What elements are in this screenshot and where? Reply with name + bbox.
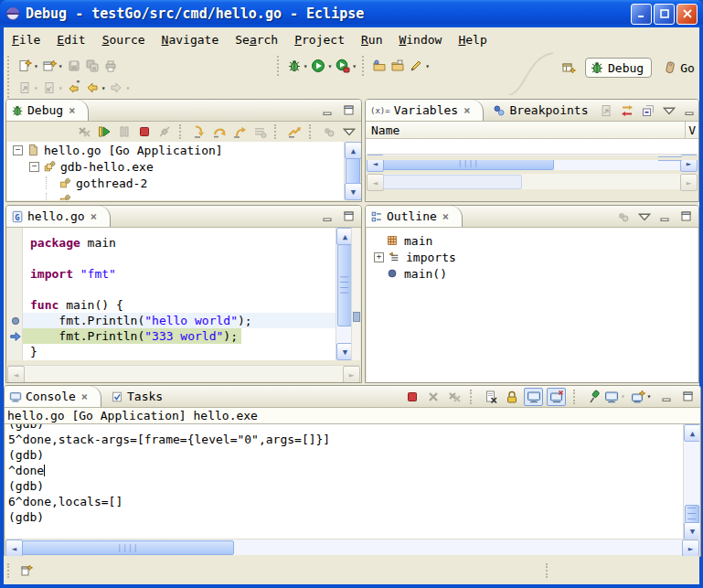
view-maximize-button[interactable]	[340, 102, 357, 119]
tab-console[interactable]: Console ×	[5, 386, 101, 407]
menu-edit[interactable]: Edit	[48, 31, 93, 48]
variables-column-header[interactable]: Name V	[366, 122, 698, 139]
tab-debug[interactable]: Debug ×	[6, 100, 89, 121]
collapse-all-button[interactable]	[639, 102, 656, 119]
outline-item-main[interactable]: main	[367, 232, 698, 249]
terminate-button[interactable]	[135, 123, 153, 140]
code-line[interactable]	[23, 251, 30, 266]
menu-run[interactable]: Run	[353, 31, 390, 48]
editor-hscrollbar[interactable]: ◄ ►	[7, 365, 360, 381]
tab-breakpoints[interactable]: Breakpoints	[484, 100, 597, 121]
tree-expander[interactable]: +	[374, 252, 384, 262]
view-maximize-button[interactable]	[677, 208, 695, 225]
code-line[interactable]: func main() {	[23, 297, 123, 313]
resume-button[interactable]	[95, 123, 112, 140]
menu-file[interactable]: File	[4, 31, 48, 48]
console-vscrollbar[interactable]: ▲ ||| ▼	[683, 424, 699, 540]
run-launch-button[interactable]: ▾	[309, 55, 334, 77]
menu-help[interactable]: Help	[450, 31, 495, 48]
remove-all-terminated-button[interactable]	[75, 123, 92, 140]
overview-ruler[interactable]	[351, 228, 360, 360]
debug-tree-row[interactable]: −gdb-hello.exe	[7, 158, 360, 175]
view-minimize-button[interactable]	[319, 208, 336, 225]
show-stderr-button[interactable]	[547, 388, 566, 406]
close-icon[interactable]: ×	[69, 104, 75, 117]
previous-annotation-button[interactable]: ▾	[40, 77, 65, 99]
show-logical-structure-button[interactable]	[618, 102, 635, 119]
annotation-ruler[interactable]	[7, 228, 23, 360]
open-console-button[interactable]: ▾	[627, 389, 655, 405]
perspective-debug-button[interactable]: Debug	[585, 58, 652, 78]
maximize-button[interactable]	[654, 4, 675, 25]
step-return-button[interactable]	[230, 123, 248, 140]
overview-annotation[interactable]	[353, 312, 360, 322]
print-button[interactable]	[101, 55, 120, 77]
perspective-go-button[interactable]: Go	[659, 59, 698, 77]
remove-all-launches-button[interactable]	[445, 389, 463, 405]
last-edit-location-button[interactable]: *	[65, 77, 83, 99]
console-hscrollbar[interactable]: ◄ |||| ►	[5, 539, 699, 555]
suspend-button[interactable]	[115, 123, 133, 140]
code-line[interactable]: import "fmt"	[23, 266, 116, 282]
menu-search[interactable]: Search	[227, 31, 286, 48]
outline-extra-button[interactable]	[614, 208, 632, 225]
menu-project[interactable]: Project	[286, 31, 353, 48]
code-area[interactable]: package mainimport "fmt"func main() { fm…	[23, 228, 336, 360]
debug-extra-button[interactable]	[320, 123, 337, 140]
console-text[interactable]: (gdb)5^done,stack-args=[frame={level="0"…	[8, 424, 681, 525]
instruction-pointer-icon[interactable]	[9, 330, 22, 343]
outline-item-imports[interactable]: +imports	[367, 249, 698, 265]
pin-console-button[interactable]	[585, 389, 602, 405]
tab-outline[interactable]: Outline ×	[366, 206, 463, 227]
editor-vscrollbar[interactable]: ▲ |||| ▼	[336, 228, 352, 360]
tree-expander[interactable]: −	[13, 145, 23, 155]
back-button[interactable]: ▾	[83, 77, 108, 99]
debug-launch-button[interactable]: ▾	[285, 55, 310, 77]
save-button[interactable]	[65, 55, 83, 77]
step-over-button[interactable]	[210, 123, 228, 140]
view-maximize-button[interactable]	[340, 208, 357, 225]
view-menu-button[interactable]	[340, 123, 357, 140]
close-icon[interactable]: ×	[91, 210, 97, 223]
fast-view-icon[interactable]	[19, 563, 34, 578]
tab-hello-go[interactable]: G hello.go ×	[6, 206, 111, 227]
open-perspective-button[interactable]	[559, 57, 578, 79]
code-line[interactable]: fmt.Println("333 world");	[23, 328, 241, 344]
tab-tasks[interactable]: Tasks	[101, 386, 172, 407]
scroll-lock-button[interactable]	[503, 389, 520, 405]
remove-launch-button[interactable]	[424, 389, 442, 405]
minimize-button[interactable]	[631, 4, 652, 25]
variables-detail-sash[interactable]	[366, 155, 698, 160]
view-menu-button[interactable]	[660, 102, 677, 119]
mark-occurrences-button[interactable]: ▾	[407, 55, 431, 77]
use-step-filters-button[interactable]	[285, 123, 303, 140]
close-icon[interactable]: ×	[442, 210, 449, 223]
new-project-button[interactable]: ▾	[40, 55, 65, 77]
drop-to-frame-button[interactable]	[250, 123, 268, 140]
tree-expander[interactable]: −	[29, 162, 39, 172]
debug-tree-row[interactable]	[7, 191, 360, 200]
view-maximize-button[interactable]	[679, 389, 697, 405]
open-type-button[interactable]	[370, 55, 389, 77]
external-tools-button[interactable]: ▾	[334, 55, 358, 77]
disconnect-button[interactable]	[155, 123, 173, 140]
code-line[interactable]: fmt.Println("hello world");	[23, 313, 336, 328]
variables-detail-hscrollbar[interactable]: ◄ ►	[367, 174, 698, 189]
console-terminate-button[interactable]	[403, 389, 421, 405]
debug-tree-row[interactable]: gothread-2	[7, 175, 360, 191]
breakpoint-icon[interactable]	[9, 315, 22, 327]
code-line[interactable]: }	[23, 344, 37, 359]
view-menu-button[interactable]	[635, 208, 653, 225]
menu-navigate[interactable]: Navigate	[154, 31, 228, 48]
step-into-button[interactable]	[190, 123, 208, 140]
save-all-button[interactable]	[83, 55, 101, 77]
close-icon[interactable]: ×	[463, 104, 470, 117]
next-annotation-button[interactable]: ▾	[16, 77, 40, 99]
show-type-names-button[interactable]	[597, 102, 614, 119]
menu-window[interactable]: Window	[390, 31, 450, 48]
close-icon[interactable]: ×	[81, 390, 88, 403]
show-stdout-button[interactable]	[524, 388, 543, 406]
code-line[interactable]: package main	[23, 235, 116, 251]
new-wizard-button[interactable]: ▾	[16, 55, 40, 77]
outline-item-main[interactable]: main()	[367, 265, 698, 282]
